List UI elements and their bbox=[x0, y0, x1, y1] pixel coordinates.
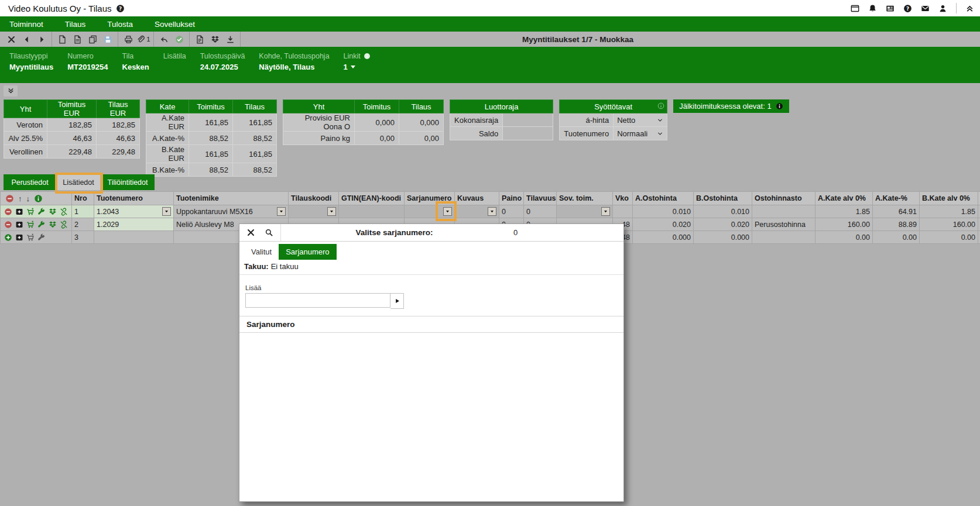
select-value: Netto bbox=[617, 116, 635, 125]
cell-content[interactable]: 1.2029 bbox=[94, 218, 173, 230]
sov_toim-combo-button[interactable] bbox=[601, 207, 610, 216]
remove-row-icon[interactable] bbox=[2, 221, 13, 229]
tools-icon[interactable] bbox=[36, 221, 47, 229]
hinta-select[interactable]: Netto bbox=[614, 113, 667, 126]
add-package-icon[interactable] bbox=[13, 221, 25, 229]
nav-left-icon bbox=[22, 35, 31, 44]
dialog-close-icon[interactable] bbox=[246, 228, 255, 237]
order-field-label-text: Tilaustyyppi bbox=[9, 52, 48, 60]
tilauskoodi-combo-button[interactable] bbox=[327, 207, 336, 216]
cell-text: 1 bbox=[74, 208, 78, 216]
cell-text: 0.010 bbox=[731, 208, 749, 216]
dropbox-icon[interactable] bbox=[47, 221, 58, 229]
remove-row-icon[interactable] bbox=[2, 208, 13, 216]
cell-text: Neliö Aluslevy M8 bbox=[176, 221, 234, 229]
cell-kuvaus bbox=[455, 205, 499, 218]
add-row-icon[interactable] bbox=[2, 233, 13, 242]
order-field-label: Numero bbox=[67, 52, 108, 60]
col-header-b-k: B.K bbox=[978, 192, 980, 205]
col-header-tuotenimike: Tuotenimike bbox=[174, 192, 289, 205]
minus-circle-icon[interactable] bbox=[5, 194, 14, 203]
info-filled-icon[interactable] bbox=[34, 194, 43, 203]
menu-tulosta[interactable]: Tulosta bbox=[107, 20, 133, 29]
help-badge-icon[interactable]: ? bbox=[116, 4, 125, 13]
save-button[interactable] bbox=[100, 32, 115, 47]
tab-lisatiedot[interactable]: Lisätiedot bbox=[57, 174, 100, 190]
caret-down-icon[interactable] bbox=[351, 66, 355, 68]
previous-button[interactable] bbox=[19, 32, 34, 47]
cell-content[interactable]: 1.2043 bbox=[94, 205, 173, 218]
print-button[interactable] bbox=[121, 32, 136, 47]
collapse-summary-button[interactable] bbox=[4, 85, 18, 97]
cell-paino: 0 bbox=[499, 205, 524, 218]
tab-tiliointitiedot[interactable]: Tiliöintitiedot bbox=[101, 174, 155, 190]
unlink-icon[interactable] bbox=[58, 221, 69, 229]
menu-sovellukset[interactable]: Sovellukset bbox=[155, 20, 195, 29]
cell-text: 88.89 bbox=[899, 221, 917, 229]
col-header-a-kate: A.Kate-% bbox=[873, 192, 920, 205]
order-field-label-text: Lisätila bbox=[163, 52, 186, 60]
cell-content: 1.85 bbox=[920, 205, 978, 218]
add-package-icon[interactable] bbox=[13, 208, 25, 216]
open-document-button[interactable] bbox=[70, 32, 85, 47]
order-field-tila: TilaKesken bbox=[122, 52, 149, 83]
tools-icon[interactable] bbox=[36, 233, 47, 242]
summary-value: 46,63 bbox=[47, 132, 97, 145]
cell-text: 160.00 bbox=[848, 221, 870, 229]
dialog-search-icon[interactable] bbox=[265, 228, 273, 237]
cell-b-kate-alv-0: 1.85 bbox=[920, 205, 978, 218]
kuvaus-combo-button[interactable] bbox=[488, 207, 496, 216]
window-icon[interactable] bbox=[851, 4, 859, 13]
warranty-line: Takuu:Ei takuu bbox=[239, 260, 623, 275]
summary-row-a-kate-eur: A.Kate EUR161,85161,85 bbox=[146, 113, 277, 132]
summary-label: B.Kate EUR bbox=[146, 145, 189, 163]
col-header-tilavuus: Tilavuus bbox=[524, 192, 557, 205]
dialog-tab-sarjanumero[interactable]: Sarjanumero bbox=[279, 244, 336, 260]
input-modes-table: Syöttötavatá-hintaNettoTuotenumeroNormaa… bbox=[559, 99, 667, 140]
add-package-icon[interactable] bbox=[13, 233, 25, 242]
sarjanumero-combo-button[interactable] bbox=[443, 207, 452, 216]
add-serial-button[interactable] bbox=[390, 293, 404, 309]
next-button[interactable] bbox=[34, 32, 49, 47]
cell-vko bbox=[613, 205, 633, 218]
tuotenumero-select[interactable]: Normaali bbox=[614, 127, 667, 140]
add-cart-icon[interactable] bbox=[25, 233, 36, 242]
serial-number-input[interactable] bbox=[245, 293, 390, 308]
menu-tilaus[interactable]: Tilaus bbox=[65, 20, 86, 29]
summary-value: 88,52 bbox=[233, 132, 277, 145]
tuotenumero-combo-button[interactable] bbox=[162, 207, 171, 216]
tools-icon[interactable] bbox=[36, 208, 47, 216]
new-document-button[interactable] bbox=[54, 32, 70, 47]
cell-b-kate-alv-0: 160.00 bbox=[920, 218, 978, 231]
bell-icon[interactable] bbox=[868, 4, 877, 13]
cell-text: 0 bbox=[526, 208, 530, 216]
cell-text: 2 bbox=[74, 221, 78, 229]
add-cart-icon[interactable] bbox=[25, 208, 36, 216]
add-cart-icon[interactable] bbox=[25, 221, 36, 229]
summary-value: 161,85 bbox=[189, 145, 233, 163]
cell-b-ostohinta: 0.000 bbox=[694, 231, 752, 244]
undo-button[interactable] bbox=[156, 32, 172, 47]
cell-tuotenumero: 1.2029 bbox=[94, 218, 174, 231]
summary-value: 88,52 bbox=[189, 163, 233, 177]
move-down-icon[interactable]: ↓ bbox=[26, 194, 30, 203]
move-up-icon[interactable]: ↑ bbox=[18, 194, 22, 203]
tab-perustiedot[interactable]: Perustiedot bbox=[4, 174, 56, 190]
dropbox-icon[interactable] bbox=[47, 208, 58, 216]
close-button[interactable] bbox=[4, 32, 19, 47]
card-icon[interactable] bbox=[886, 4, 895, 13]
cell-content: 0.000 bbox=[694, 231, 752, 243]
mail-icon[interactable] bbox=[921, 4, 930, 13]
backorder-badge[interactable]: Jälkitoimituksessa olevat: 1 bbox=[673, 99, 789, 113]
unlink-icon[interactable] bbox=[58, 208, 69, 216]
menu-toiminnot[interactable]: Toiminnot bbox=[9, 20, 43, 29]
tuotenimike-combo-button[interactable] bbox=[277, 207, 286, 216]
dialog-tab-valitut[interactable]: Valitut bbox=[244, 244, 279, 260]
help-filled-icon[interactable]: ? bbox=[903, 4, 912, 13]
chevrons-up-icon[interactable] bbox=[965, 4, 974, 13]
order-field-label: Tulostuspäivä bbox=[200, 52, 245, 60]
copy-button[interactable] bbox=[85, 32, 100, 47]
user-icon[interactable] bbox=[938, 4, 947, 13]
attachments-button[interactable]: 1 bbox=[136, 32, 151, 47]
info-filled-icon[interactable] bbox=[364, 53, 371, 60]
